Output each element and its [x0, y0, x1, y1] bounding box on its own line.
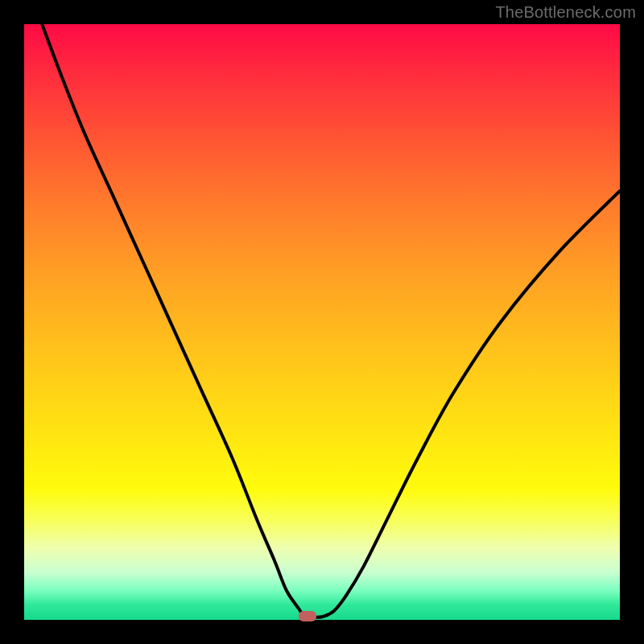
optimal-point-marker	[299, 611, 316, 621]
chart-frame	[24, 24, 620, 620]
watermark-text: TheBottleneck.com	[495, 3, 636, 22]
bottleneck-curve	[24, 24, 620, 620]
